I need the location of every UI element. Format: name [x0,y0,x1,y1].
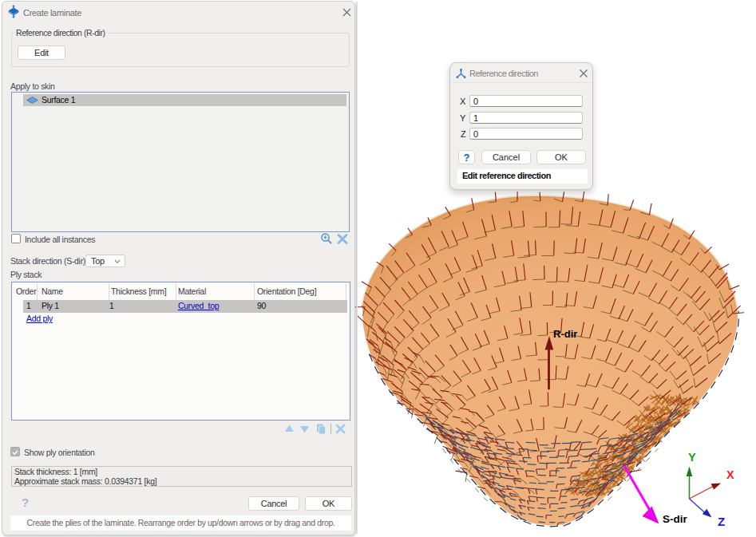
svg-text:R-dir: R-dir [553,328,577,340]
svg-text:Y: Y [688,451,696,464]
svg-text:Z: Z [718,515,725,528]
svg-text:S-dir: S-dir [663,513,687,525]
svg-text:X: X [726,468,734,481]
